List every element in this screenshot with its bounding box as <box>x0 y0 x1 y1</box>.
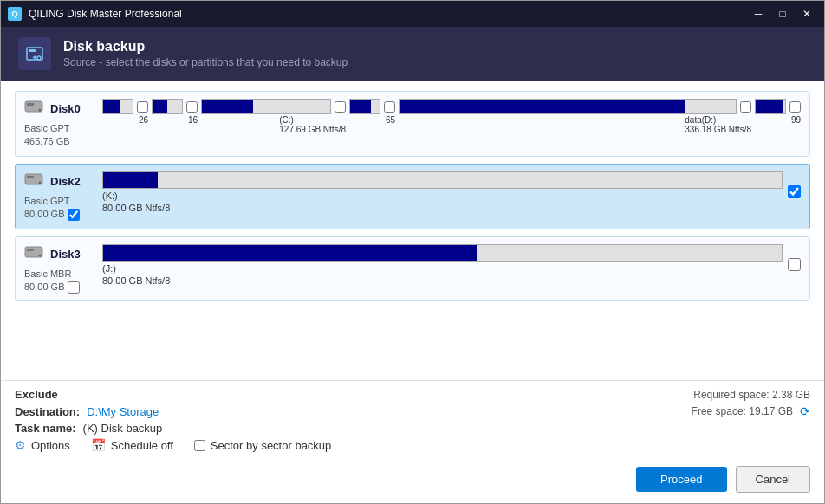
footer: Exclude Required space: 2.38 GB Destinat… <box>1 380 824 457</box>
options-label: Options <box>31 439 70 452</box>
required-space: Required space: 2.38 GB <box>693 389 810 401</box>
task-value: (K) Disk backup <box>83 422 163 435</box>
disk3-drive-icon <box>24 244 43 264</box>
disk2-partitions: (K:) 80.00 GB Ntfs/8 <box>102 171 801 213</box>
disk0-name: Disk0 <box>50 102 81 115</box>
footer-row1: Exclude Required space: 2.38 GB <box>15 388 810 401</box>
disk0-part-c-checkbox[interactable] <box>335 101 346 113</box>
disk-item-disk0: Disk0 Basic GPT 465.76 GB <box>15 91 810 157</box>
destination-value[interactable]: D:\My Storage <box>87 405 159 418</box>
disk3-name: Disk3 <box>50 248 81 261</box>
disk3-part-j-size: 80.00 GB Ntfs/8 <box>102 275 783 286</box>
disk0-part3-checkbox[interactable] <box>384 101 395 113</box>
header: Disk backup Source - select the disks or… <box>1 27 824 81</box>
app-logo: Q <box>8 7 22 21</box>
disk2-drive-icon <box>24 171 43 191</box>
disk3-info: Disk3 Basic MBR 80.00 GB <box>24 244 94 294</box>
cancel-button[interactable]: Cancel <box>736 466 810 493</box>
svg-point-11 <box>39 254 42 256</box>
footer-row2: Destination: D:\My Storage Free space: 1… <box>15 404 810 418</box>
disk3-size: 80.00 GB <box>24 281 64 294</box>
destination-label: Destination: <box>15 405 80 418</box>
disk2-info: Disk2 Basic GPT 80.00 GB <box>24 171 94 222</box>
disk2-type: Basic GPT <box>24 195 70 208</box>
disk-item-disk2: Disk2 Basic GPT 80.00 GB ( <box>15 164 810 229</box>
disk0-part-d-checkbox[interactable] <box>740 101 751 113</box>
titlebar: Q QILING Disk Master Professional ─ □ ✕ <box>1 1 824 27</box>
disk3-type: Basic MBR <box>24 268 71 281</box>
disk3-checkbox[interactable] <box>68 281 80 294</box>
disk0-partitions: 26 16 <box>102 99 801 134</box>
disk0-part-c-label: (C:) 127.69 GB Ntfs/8 <box>279 115 346 134</box>
minimize-button[interactable]: ─ <box>748 5 769 23</box>
svg-point-2 <box>37 56 41 60</box>
disk0-part-d: data(D:) 336.18 GB Ntfs/8 <box>399 99 751 134</box>
disk3-partitions: (J:) 80.00 GB Ntfs/8 <box>102 244 801 286</box>
disk0-part3: 65 <box>349 99 395 125</box>
maximize-button[interactable]: □ <box>772 5 793 23</box>
svg-point-5 <box>39 109 42 112</box>
disk2-part-k-bar <box>102 171 783 189</box>
disk0-part4: 99 <box>755 99 801 125</box>
destination-row: Destination: D:\My Storage <box>15 405 159 418</box>
exclude-label: Exclude <box>15 388 58 401</box>
disk0-info: Disk0 Basic GPT 465.76 GB <box>24 99 94 149</box>
disk0-size: 465.76 GB <box>24 135 70 148</box>
disk0-part1-checkbox[interactable] <box>137 101 148 113</box>
disk0-part2: 16 <box>152 99 198 125</box>
disk0-type: Basic GPT <box>24 122 70 135</box>
disk0-part2-label: 16 <box>188 115 198 125</box>
disk0-part-d-bar <box>399 99 737 114</box>
free-space: Free space: 19.17 GB <box>692 405 793 417</box>
action-bar: Proceed Cancel <box>1 457 824 503</box>
schedule-label: Schedule off <box>111 439 173 452</box>
disk0-part1-bar <box>102 99 133 114</box>
disk3-part-j-label: (J:) <box>102 263 783 274</box>
sector-label: Sector by sector backup <box>211 439 331 452</box>
page-subtitle: Source - select the disks or partitions … <box>63 56 348 68</box>
gear-icon: ⚙ <box>15 438 26 452</box>
disk0-part-d-label: data(D:) 336.18 GB Ntfs/8 <box>685 115 751 134</box>
sector-item[interactable]: Sector by sector backup <box>194 439 331 452</box>
page-title: Disk backup <box>63 39 348 55</box>
disk0-part2-checkbox[interactable] <box>186 101 198 113</box>
disk0-part-c-bar <box>201 99 331 114</box>
main-window: Q QILING Disk Master Professional ─ □ ✕ … <box>0 0 825 504</box>
close-button[interactable]: ✕ <box>796 5 817 23</box>
browse-icon[interactable]: ⟳ <box>800 404 810 418</box>
disk2-size: 80.00 GB <box>24 208 64 221</box>
app-title: QILING Disk Master Professional <box>29 8 748 20</box>
disk2-checkbox[interactable] <box>68 209 80 221</box>
options-item[interactable]: ⚙ Options <box>15 438 70 452</box>
disk-item-disk3: Disk3 Basic MBR 80.00 GB (J:) <box>15 236 810 302</box>
header-text: Disk backup Source - select the disks or… <box>63 39 348 68</box>
disk2-part-k-size: 80.00 GB Ntfs/8 <box>102 203 783 213</box>
disk3-part-j: (J:) 80.00 GB Ntfs/8 <box>102 244 783 286</box>
svg-rect-7 <box>27 176 34 178</box>
disk-list: Disk0 Basic GPT 465.76 GB <box>1 81 824 380</box>
disk2-part-k: (K:) 80.00 GB Ntfs/8 <box>102 171 783 213</box>
task-row: Task name: (K) Disk backup <box>15 422 162 435</box>
options-row: ⚙ Options 📅 Schedule off Sector by secto… <box>15 438 810 452</box>
footer-row3: Task name: (K) Disk backup <box>15 422 810 435</box>
disk0-part1-label: 26 <box>139 115 148 125</box>
disk0-drive-icon <box>24 99 43 119</box>
svg-rect-10 <box>27 249 34 251</box>
proceed-button[interactable]: Proceed <box>636 467 726 492</box>
disk0-part2-bar <box>152 99 183 114</box>
task-label: Task name: <box>15 422 76 435</box>
disk0-part3-bar <box>349 99 380 114</box>
disk3-part-j-checkbox[interactable] <box>788 258 801 271</box>
disk2-part-k-label: (K:) <box>102 191 783 201</box>
sector-checkbox[interactable] <box>194 440 205 451</box>
schedule-item[interactable]: 📅 Schedule off <box>91 438 173 452</box>
disk0-part4-bar <box>755 99 786 114</box>
svg-point-8 <box>39 181 42 184</box>
svg-rect-1 <box>29 49 36 52</box>
calendar-icon: 📅 <box>91 438 106 452</box>
disk0-part4-checkbox[interactable] <box>789 101 801 113</box>
disk0-part4-label: 99 <box>791 115 801 125</box>
disk0-part3-label: 65 <box>386 115 395 125</box>
disk2-part-k-checkbox[interactable] <box>788 185 801 198</box>
disk-backup-icon <box>18 37 51 70</box>
